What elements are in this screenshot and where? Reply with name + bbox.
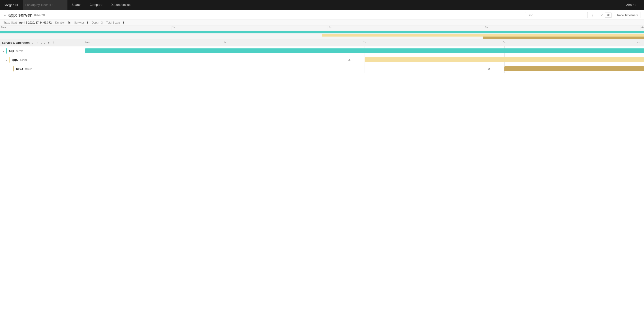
tick-line-25c [225,64,225,73]
services-value: 3 [87,21,88,24]
header-tick-4s: 4s [637,41,640,44]
find-controls: ↑ ↓ ✕ ⌘ [591,13,612,18]
timeline-overview: 0ms 1s 2s 3s 4s [0,26,644,39]
span-name-app3: app3 [16,67,23,70]
trace-start-label: Trace Start [4,21,17,24]
span-bar-app[interactable] [85,49,644,53]
span-row-app2: ⌄ app2 server 2s [0,55,644,64]
compare-tab[interactable]: Compare [85,0,106,10]
total-spans-label: Total Spans [106,21,120,24]
find-clear-button[interactable]: ✕ [600,13,604,18]
span-label-app3: 1s [488,68,490,70]
trace-prefix: app: [8,13,17,18]
about-chevron-icon: ▾ [635,4,636,6]
top-nav: Jaeger UI Search Compare Dependencies Ab… [0,0,644,10]
span-chevron-app2[interactable]: ⌄ [4,58,8,62]
overview-bar-app2 [322,34,644,37]
trace-start-value: April 5 2020, 17:34:09.372 [19,21,52,24]
span-bar-app3[interactable] [504,66,644,71]
trace-main: Service & Operation ⌄ › ⌄⌄ » ⋮ 0ms 1s 2s… [0,39,644,73]
span-name-app2: app2 [12,58,18,62]
overview-tick-2s: 2s [328,26,484,30]
compare-tab-label: Compare [90,3,102,7]
lookup-tab-input[interactable] [23,0,68,10]
tick-line-50c [364,64,365,73]
brand-label: Jaeger UI [4,3,18,7]
header-tick-0ms: 0ms [85,41,90,44]
collapse-all-button[interactable]: ⌄ [31,41,35,45]
trace-timeline-chevron-icon: ▾ [636,14,638,17]
collapse-icon[interactable]: ⌄ [4,13,6,17]
trace-meta: Trace Start April 5 2020, 17:34:09.372 D… [0,20,644,26]
overview-bar-app3 [483,37,644,39]
span-chevron-app[interactable]: ⌄ [2,49,6,53]
expand-one-button[interactable]: › [36,41,38,45]
span-timeline-app2: 2s [85,55,644,64]
overview-tick-0ms: 0ms [0,26,171,30]
total-spans-meta: Total Spans 3 [106,21,124,24]
span-name-app: app [9,49,14,53]
depth-label: Depth [92,21,99,24]
header-tick-3s: 3s [503,41,506,44]
span-service-col-app[interactable]: ⌄ app server [0,46,85,55]
trace-id: 1bb9d9f [34,14,45,17]
overview-tick-4s: 4s [640,26,644,30]
duration-label: Duration [55,21,65,24]
trace-timeline-button[interactable]: Trace Timeline ▾ [614,12,640,18]
trace-service-name: app: server [8,13,32,18]
about-label: About [626,3,634,7]
search-tab-label: Search [72,3,81,7]
find-prev-button[interactable]: ↑ [591,13,594,18]
span-swatch-app3 [14,66,14,72]
span-service-col-app2[interactable]: ⌄ app2 server [0,55,85,64]
depth-value: 3 [101,21,103,24]
trace-columns-header: Service & Operation ⌄ › ⌄⌄ » ⋮ 0ms 1s 2s… [0,39,644,46]
overview-tick-3s: 3s [484,26,640,30]
span-row-app3: › app3 server 1s [0,64,644,73]
col-resize-handle[interactable]: ⋮ [52,41,53,44]
trace-service: server [18,13,32,18]
duration-meta: Duration 4s [55,21,70,24]
span-service-col-app3[interactable]: › app3 server [0,64,85,73]
service-column-header: Service & Operation ⌄ › ⌄⌄ » ⋮ [0,41,85,45]
find-next-button[interactable]: ↓ [595,13,598,18]
span-kind-app: server [16,50,23,52]
span-swatch-app [6,48,7,54]
expand-all-button[interactable]: » [48,41,50,45]
total-spans-value: 3 [122,21,124,24]
dependencies-tab[interactable]: Dependencies [106,0,135,10]
search-tab[interactable]: Search [68,0,85,10]
span-label-app2: 2s [348,59,350,61]
tick-line-25b [225,55,225,64]
collapse-deep-button[interactable]: ⌄⌄ [40,41,46,45]
kbd-shortcut-button[interactable]: ⌘ [605,13,612,18]
trace-start-meta: Trace Start April 5 2020, 17:34:09.372 [4,21,52,24]
span-timeline-app3: 1s [85,64,644,73]
span-kind-app3: server [25,68,32,70]
services-label: Services [74,21,84,24]
header-tick-1s: 1s [224,41,226,44]
overview-bars [0,30,644,39]
span-swatch-app2 [9,57,10,63]
trace-timeline-label: Trace Timeline [616,14,636,17]
overview-bar-app [0,31,644,34]
service-operation-label: Service & Operation [2,41,30,44]
about-menu[interactable]: About ▾ [622,0,640,10]
services-meta: Services 3 [74,21,88,24]
timeline-header: 0ms 1s 2s 3s 4s [85,39,644,46]
overview-tick-1s: 1s [171,26,328,30]
depth-meta: Depth 3 [92,21,103,24]
overview-tick-row: 0ms 1s 2s 3s 4s [0,26,644,30]
span-row-app: ⌄ app server [0,46,644,55]
span-kind-app2: server [20,59,27,61]
trace-header: ⌄ app: server 1bb9d9f ↑ ↓ ✕ ⌘ Trace Time… [0,10,644,20]
header-tick-2s: 2s [363,41,366,44]
dependencies-tab-label: Dependencies [110,3,131,7]
find-input[interactable] [525,12,588,18]
trace-title-section: ⌄ app: server 1bb9d9f [4,13,523,18]
span-timeline-app [85,46,644,55]
duration-value: 4s [68,21,70,24]
span-bar-app2[interactable] [364,57,644,62]
